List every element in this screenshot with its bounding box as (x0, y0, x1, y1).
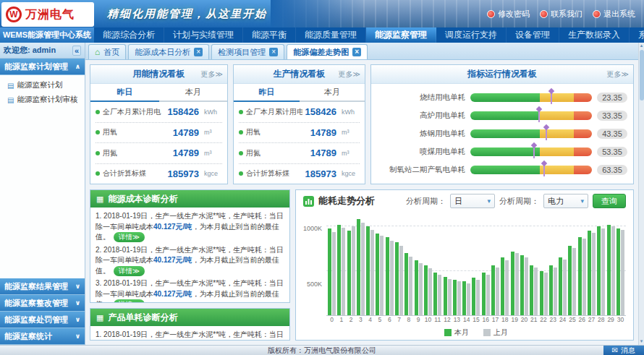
bar-group[interactable] (559, 218, 567, 315)
chevron-up-icon: ∧ (75, 63, 80, 70)
production-board: 生产情况看板 更多≫ 昨日本月 全厂本月累计用电158426kWh用氧14789… (233, 64, 365, 184)
tab-0[interactable]: ⌂首页 (88, 44, 126, 59)
detail-button[interactable]: 详情≫ (114, 232, 145, 242)
header-link-0[interactable]: 修改密码 (487, 9, 530, 20)
bar-group[interactable] (404, 218, 412, 315)
bar-track (470, 147, 592, 156)
sidebar-panel-label: 能源监察处罚管理 (4, 315, 68, 325)
message-button[interactable]: ✉ 消息 (603, 346, 644, 355)
bar-group[interactable] (617, 218, 624, 315)
scroll-up-icon[interactable]: ▲ (640, 43, 644, 49)
close-icon[interactable]: × (352, 48, 361, 56)
scroll-down-icon[interactable]: ▼ (640, 338, 644, 345)
sidebar-panel-0[interactable]: 能源监察计划管理∧ (0, 59, 85, 75)
sidebar-panel-3[interactable]: 能源监察处罚管理∨ (0, 312, 85, 328)
more-link[interactable]: 更多≫ (339, 69, 360, 80)
close-icon[interactable]: × (194, 48, 203, 56)
bar-group[interactable] (549, 218, 557, 315)
board-tab-1[interactable]: 本月 (300, 84, 365, 102)
chevron-down-icon: ∨ (75, 283, 80, 290)
nav-item-4[interactable]: 能源监察管理 (366, 27, 436, 43)
bar-group[interactable] (511, 218, 519, 315)
scrollbar-thumb[interactable] (640, 50, 644, 100)
bar-group[interactable] (386, 218, 394, 315)
board-tab-0[interactable]: 昨日 (234, 84, 300, 102)
bar-group[interactable] (501, 218, 509, 315)
nav-item-8[interactable]: 系统管理 (630, 27, 644, 43)
bullet-icon (96, 171, 100, 176)
tab-label: 首页 (103, 47, 119, 58)
detail-button[interactable]: 详情≫ (114, 299, 145, 302)
bar-group[interactable] (337, 218, 345, 315)
bar-last-month (352, 226, 355, 315)
header-link-1[interactable]: 联系我们 (540, 9, 582, 20)
nav-item-1[interactable]: 计划与实绩管理 (164, 27, 243, 43)
bar-group[interactable] (588, 218, 596, 315)
period-select-1[interactable]: 电力▾ (543, 194, 588, 208)
bar-group[interactable] (444, 218, 452, 315)
x-tick-label: 10 (424, 316, 432, 325)
period-select-0[interactable]: 日▾ (450, 194, 495, 208)
sidebar-item-0[interactable]: ▤能源监察计划 (0, 78, 85, 93)
bar-group[interactable] (376, 218, 384, 315)
board-tab-1[interactable]: 本月 (159, 84, 228, 102)
bullet-icon (239, 130, 243, 134)
bar-group[interactable] (472, 218, 480, 315)
tab-2[interactable]: 检测项目管理× (211, 44, 284, 59)
more-link[interactable]: 更多≫ (607, 69, 629, 80)
bar-last-month (409, 257, 412, 315)
bar-group[interactable] (530, 218, 538, 315)
bar-last-month (582, 239, 586, 315)
board-tab-0[interactable]: 昨日 (90, 84, 159, 102)
sidebar-panel-2[interactable]: 能源监察整改管理∨ (0, 295, 85, 312)
sidebar-panel-1[interactable]: 能源监察结果管理∨ (0, 278, 85, 295)
bar-group[interactable] (568, 218, 576, 315)
nav-item-5[interactable]: 调度运行支持 (436, 27, 507, 43)
navbar: WEMS能源管理中心系统 能源综合分析计划与实绩管理能源平衡能源质量管理能源监察… (0, 27, 644, 43)
sidebar-panel-4[interactable]: 能源监察统计∨ (0, 328, 85, 345)
bar-group[interactable] (415, 218, 423, 315)
board-tabs: 昨日本月 (90, 84, 227, 102)
nav-item-2[interactable]: 能源平衡 (243, 27, 296, 43)
bar-group[interactable] (347, 218, 355, 315)
bar-group[interactable] (424, 218, 432, 315)
sidebar-item-1[interactable]: ▤能源监察计划审核 (0, 93, 85, 107)
mail-icon: ✉ (612, 346, 618, 354)
vertical-scrollbar[interactable]: ▲ ▼ (638, 43, 644, 345)
more-link[interactable]: 更多≫ (201, 69, 223, 80)
bar-group[interactable] (491, 218, 499, 315)
nav-item-7[interactable]: 生产数据录入 (559, 27, 630, 43)
bar-group[interactable] (607, 218, 615, 315)
tab-3[interactable]: 能源偏差走势图× (287, 44, 368, 59)
bar-last-month (611, 226, 615, 315)
collapse-sidebar-button[interactable]: « (72, 46, 81, 56)
bar-group[interactable] (520, 218, 528, 315)
nav-item-6[interactable]: 设备管理 (507, 27, 559, 43)
bar-group[interactable] (597, 218, 605, 315)
row-unit: kWh (202, 108, 222, 116)
tab-1[interactable]: 能源成本日分析× (128, 44, 209, 59)
bar-group[interactable] (540, 218, 548, 315)
bar-group[interactable] (328, 218, 336, 315)
x-tick-label: 8 (404, 316, 412, 325)
header-link-2[interactable]: 退出系统 (593, 9, 635, 20)
bar-group[interactable] (433, 218, 441, 315)
board-rows: 全厂本月累计用电158426kWh用氧14789m³用氮14789m³合计折算标… (90, 102, 227, 184)
close-icon[interactable]: × (269, 48, 278, 56)
logo-text: 万洲电气 (25, 7, 75, 22)
bar-group[interactable] (482, 218, 490, 315)
nav-item-3[interactable]: 能源质量管理 (296, 27, 366, 43)
bar-group[interactable] (453, 218, 461, 315)
bar-group[interactable] (366, 218, 374, 315)
bar-group[interactable] (462, 218, 470, 315)
bar-group[interactable] (357, 218, 365, 315)
document-icon: ▤ (7, 82, 14, 90)
nav-item-0[interactable]: 能源综合分析 (94, 27, 164, 43)
query-button[interactable]: 查询 (593, 194, 626, 208)
header-link-label: 修改密码 (498, 9, 530, 20)
tab-label: 检测项目管理 (218, 47, 266, 58)
detail-button[interactable]: 详情≫ (114, 266, 145, 276)
marker-icon (533, 145, 535, 158)
bar-group[interactable] (578, 218, 586, 315)
bar-group[interactable] (395, 218, 403, 315)
